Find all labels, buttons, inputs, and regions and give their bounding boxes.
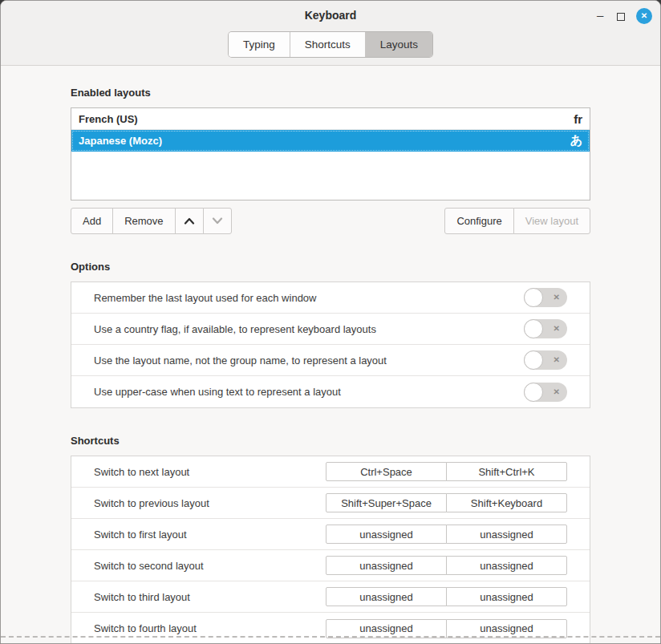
- shortcut-label: Switch to first layout: [94, 529, 187, 541]
- main-content: Enabled layouts French (US) fr Japanese …: [1, 87, 660, 644]
- shortcut-label: Switch to fourth layout: [94, 622, 197, 634]
- keybinding-button[interactable]: unassigned: [446, 619, 567, 638]
- window-header: Keyboard – ✕ Typing Shortcuts Layouts: [1, 1, 660, 66]
- toggle-upper-case[interactable]: ✕: [524, 383, 567, 402]
- option-row: Use upper-case when using text to repres…: [71, 376, 590, 407]
- shortcut-row: Switch to first layout unassigned unassi…: [71, 519, 590, 550]
- shortcut-row: Switch to next layout Ctrl+Space Shift+C…: [71, 456, 590, 488]
- toggle-knob: [524, 319, 543, 338]
- option-label: Use the layout name, not the group name,…: [94, 354, 387, 367]
- shortcut-label: Switch to previous layout: [94, 497, 209, 509]
- shortcut-bindings: unassigned unassigned: [326, 556, 567, 575]
- layout-indicator: fr: [574, 112, 582, 126]
- keybinding-button[interactable]: unassigned: [326, 587, 447, 606]
- layout-row-japanese[interactable]: Japanese (Mozc) あ: [71, 130, 590, 152]
- keybinding-button[interactable]: unassigned: [326, 619, 447, 638]
- toggle-knob: [524, 350, 543, 370]
- toggle-knob: [524, 383, 543, 402]
- shortcut-label: Switch to next layout: [94, 466, 189, 478]
- shortcut-label: Switch to second layout: [94, 560, 204, 572]
- options-frame: Remember the last layout used for each w…: [71, 281, 590, 408]
- options-heading: Options: [71, 261, 590, 273]
- keybinding-button[interactable]: Shift+Keyboard: [446, 493, 567, 512]
- option-row: Use the layout name, not the group name,…: [71, 345, 590, 376]
- shortcut-bindings: unassigned unassigned: [326, 525, 567, 544]
- shortcut-bindings: unassigned unassigned: [326, 587, 567, 606]
- add-button[interactable]: Add: [71, 208, 113, 234]
- tab-typing[interactable]: Typing: [229, 32, 290, 57]
- window-controls: – ✕: [597, 7, 652, 25]
- shortcut-row: Switch to fourth layout unassigned unass…: [71, 613, 590, 644]
- shortcut-bindings: Shift+Super+Space Shift+Keyboard: [326, 493, 567, 512]
- chevron-down-icon: [212, 217, 223, 225]
- option-label: Remember the last layout used for each w…: [94, 292, 316, 304]
- shortcut-bindings: unassigned unassigned: [326, 619, 567, 638]
- shortcut-row: Switch to third layout unassigned unassi…: [71, 581, 590, 613]
- keybinding-button[interactable]: unassigned: [326, 556, 447, 575]
- option-row: Use a country flag, if available, to rep…: [71, 314, 590, 345]
- option-label: Use a country flag, if available, to rep…: [94, 323, 376, 335]
- toggle-remember-layout[interactable]: ✕: [524, 288, 567, 307]
- option-label: Use upper-case when using text to repres…: [94, 386, 341, 398]
- enabled-layouts-heading: Enabled layouts: [71, 87, 590, 99]
- shortcut-label: Switch to third layout: [94, 591, 190, 603]
- remove-button[interactable]: Remove: [112, 208, 175, 234]
- keybinding-button[interactable]: unassigned: [446, 587, 567, 606]
- layout-row-french[interactable]: French (US) fr: [71, 108, 590, 130]
- shortcuts-frame: Switch to next layout Ctrl+Space Shift+C…: [71, 456, 590, 644]
- tab-shortcuts[interactable]: Shortcuts: [290, 32, 366, 57]
- option-row: Remember the last layout used for each w…: [71, 282, 590, 314]
- toggle-knob: [524, 288, 543, 307]
- layout-list-actions: Add Remove Configure View layout: [71, 208, 590, 234]
- minimize-icon[interactable]: –: [597, 12, 606, 21]
- titlebar: Keyboard – ✕: [1, 7, 660, 26]
- keybinding-button[interactable]: Shift+Super+Space: [326, 493, 447, 512]
- toggle-country-flag[interactable]: ✕: [524, 319, 567, 338]
- toggle-layout-name[interactable]: ✕: [524, 350, 567, 370]
- keybinding-button[interactable]: unassigned: [446, 525, 567, 544]
- chevron-up-icon: [184, 217, 195, 225]
- keyboard-settings-window: { "window": { "title": "Keyboard", "cont…: [0, 0, 661, 644]
- keybinding-button[interactable]: unassigned: [446, 556, 567, 575]
- shortcut-row: Switch to second layout unassigned unass…: [71, 550, 590, 581]
- move-up-button[interactable]: [175, 208, 204, 234]
- layout-edit-buttons: Add Remove: [71, 208, 232, 234]
- window-resize-grip[interactable]: [1, 636, 660, 638]
- layout-name: French (US): [79, 113, 138, 125]
- keybinding-button[interactable]: Ctrl+Space: [326, 462, 447, 481]
- tab-bar: Typing Shortcuts Layouts: [1, 26, 660, 65]
- toggle-off-icon: ✕: [554, 319, 560, 338]
- shortcuts-heading: Shortcuts: [71, 435, 590, 447]
- window-title: Keyboard: [1, 7, 660, 23]
- view-layout-button[interactable]: View layout: [513, 208, 590, 234]
- shortcut-row: Switch to previous layout Shift+Super+Sp…: [71, 488, 590, 519]
- enabled-layouts-list: French (US) fr Japanese (Mozc) あ: [71, 107, 590, 200]
- move-down-button[interactable]: [203, 208, 232, 234]
- close-icon[interactable]: ✕: [636, 8, 652, 24]
- toggle-off-icon: ✕: [554, 288, 560, 307]
- tab-layouts[interactable]: Layouts: [366, 32, 432, 57]
- keybinding-button[interactable]: unassigned: [326, 525, 447, 544]
- keybinding-button[interactable]: Shift+Ctrl+K: [446, 462, 567, 481]
- shortcut-bindings: Ctrl+Space Shift+Ctrl+K: [326, 462, 567, 481]
- layout-indicator: あ: [570, 133, 582, 148]
- layout-config-buttons: Configure View layout: [444, 208, 590, 234]
- toggle-off-icon: ✕: [554, 350, 560, 370]
- toggle-off-icon: ✕: [554, 383, 560, 402]
- maximize-icon[interactable]: [617, 13, 625, 21]
- layout-name: Japanese (Mozc): [79, 135, 162, 147]
- configure-button[interactable]: Configure: [444, 208, 513, 234]
